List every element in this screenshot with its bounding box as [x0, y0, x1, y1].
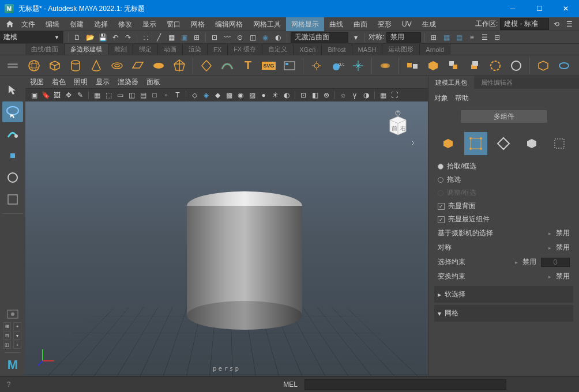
multi-component-button[interactable]: 多组件 — [461, 110, 547, 123]
menu-curves[interactable]: 曲线 — [324, 17, 348, 31]
vt-gate-mask-icon[interactable]: ◫ — [126, 90, 137, 100]
drag-radio[interactable]: 拖选 — [434, 173, 573, 186]
face-mode-icon[interactable] — [520, 132, 543, 155]
tab-attribute-editor[interactable]: 属性编辑器 — [474, 76, 520, 89]
poly-platonic-icon[interactable] — [171, 57, 188, 74]
poly-plane-icon[interactable] — [129, 57, 146, 74]
close-button[interactable]: ✕ — [552, 0, 579, 17]
paint-select-tool[interactable] — [2, 123, 23, 144]
poly-cone-icon[interactable] — [88, 57, 105, 74]
vt-safe-action-icon[interactable]: □ — [149, 90, 160, 100]
select-vertex-icon[interactable]: ⸬ — [141, 32, 151, 43]
shelf-tab-sculpt[interactable]: 雕刻 — [108, 44, 133, 55]
view-menu-panels[interactable]: 面板 — [146, 77, 160, 87]
vt-wire-on-shaded-icon[interactable]: ◉ — [235, 90, 246, 100]
vertex-mode-icon[interactable] — [464, 132, 487, 155]
snap-live-icon[interactable]: ◉ — [260, 32, 270, 43]
select-object-icon[interactable]: ▣ — [179, 32, 189, 43]
menu-meshdisplay[interactable]: 网格显示 — [286, 17, 324, 31]
shelf-tab-bifrost[interactable]: Bifrost — [322, 44, 352, 55]
move-tool[interactable] — [2, 145, 23, 166]
menu-surfaces[interactable]: 曲面 — [348, 17, 373, 31]
mesh-section[interactable]: ▾网格 — [434, 305, 573, 322]
vt-2d-pan-icon[interactable]: ✥ — [63, 90, 74, 100]
menu-edit[interactable]: 编辑 — [40, 17, 65, 31]
booleans-icon[interactable] — [445, 57, 463, 74]
undo-icon[interactable]: ↶ — [110, 32, 121, 43]
tweak-marquee-radio[interactable]: 调整/框选 — [434, 186, 573, 199]
separate-icon[interactable] — [404, 57, 421, 74]
snap-point-icon[interactable]: ⊙ — [235, 32, 245, 43]
vt-field-chart-icon[interactable]: ▤ — [138, 90, 148, 100]
menu-file[interactable]: 文件 — [16, 17, 40, 31]
home-icon[interactable] — [3, 18, 16, 31]
vt-exposure-icon[interactable]: ☼ — [338, 90, 348, 100]
vt-panel-layout-icon[interactable]: ▦ — [378, 90, 388, 100]
live-surface-field[interactable]: 无激活曲面 — [291, 32, 348, 43]
snap-curve-icon[interactable]: 〰 — [222, 32, 232, 43]
select-constraint-row[interactable]: 选择约束▸禁用 — [434, 255, 573, 269]
help-icon[interactable]: ? — [0, 380, 17, 389]
select-constraint-value[interactable] — [541, 258, 570, 267]
select-uv-icon[interactable]: ⊞ — [191, 32, 202, 43]
extrude-icon[interactable] — [466, 57, 483, 74]
symmetry-dropdown[interactable]: 禁用 — [386, 32, 421, 43]
shelf-tab-polymodel[interactable]: 多边形建模 — [65, 44, 108, 55]
maximize-button[interactable]: ☐ — [526, 0, 552, 17]
vt-viewtransform-icon[interactable]: ◑ — [361, 90, 371, 100]
shelf-tab-rig[interactable]: 绑定 — [133, 44, 158, 55]
menu-select[interactable]: 选择 — [89, 17, 113, 31]
menuset-dropdown[interactable]: 建模 ▼ — [0, 31, 63, 43]
poly-cylinder-icon[interactable] — [67, 57, 84, 74]
menu-mesh[interactable]: 网格 — [186, 17, 210, 31]
shelf-tab-render[interactable]: 渲染 — [183, 44, 208, 55]
vt-xray-joints-icon[interactable]: ⊗ — [321, 90, 332, 100]
vt-grid-icon[interactable]: ▦ — [92, 90, 102, 100]
vt-safe-title-icon[interactable]: ▫ — [161, 90, 171, 100]
mirror-icon[interactable] — [535, 57, 552, 74]
soft-select-section[interactable]: ▸软选择 — [434, 286, 573, 303]
viewport-persp[interactable]: 前 右 persp — [25, 101, 428, 376]
minimize-button[interactable]: ─ — [499, 0, 526, 17]
sidebar-toggle-icon[interactable]: ☰ — [564, 19, 574, 29]
menu-uv[interactable]: UV — [397, 17, 417, 31]
workspace-dropdown[interactable]: 建模 - 标准 — [500, 18, 549, 30]
toggle-channelbox-icon[interactable]: ⊞ — [428, 32, 439, 43]
camera-based-select-row[interactable]: 基于摄影机的选择▸禁用 — [434, 226, 573, 240]
vt-bookmark-icon[interactable]: 🔖 — [40, 90, 51, 100]
menu-display[interactable]: 显示 — [137, 17, 161, 31]
smooth-icon[interactable] — [424, 57, 442, 74]
xform-constraint-row[interactable]: 变换约束▸禁用 — [434, 269, 573, 284]
create-locator-icon[interactable] — [308, 57, 325, 74]
object-mode-icon[interactable] — [437, 132, 460, 155]
poly-type-icon[interactable]: T — [239, 57, 257, 74]
bevel-icon[interactable] — [507, 57, 525, 74]
vt-use-lights-icon[interactable]: ◆ — [212, 90, 223, 100]
menu-window[interactable]: 窗口 — [161, 17, 186, 31]
select-face-icon[interactable]: ▦ — [166, 32, 176, 43]
vt-antialias-icon[interactable]: ◐ — [281, 90, 292, 100]
svg-tool-icon[interactable]: SVG — [260, 57, 277, 74]
shelf-tab-mash[interactable]: MASH — [352, 44, 383, 55]
tab-modeling-toolkit[interactable]: 建模工具包 — [428, 76, 474, 89]
layout-four-icon[interactable]: ⊞ — [3, 322, 11, 330]
select-edge-icon[interactable]: ╱ — [153, 32, 164, 43]
poly-disc-icon[interactable] — [150, 57, 167, 74]
open-scene-icon[interactable]: 📂 — [85, 32, 95, 43]
snap-plane-icon[interactable]: ◫ — [247, 32, 258, 43]
shelf-tab-fxcache[interactable]: FX 缓存 — [228, 44, 262, 55]
vt-smooth-shade-icon[interactable]: ◈ — [201, 90, 211, 100]
shelf-tab-fx[interactable]: FX — [208, 44, 228, 55]
layout-add-icon[interactable]: + — [13, 322, 21, 330]
viewcube[interactable]: 前 右 — [379, 107, 414, 142]
save-scene-icon[interactable]: 💾 — [97, 32, 108, 43]
shelf-tab-custom[interactable]: 自定义 — [262, 44, 294, 55]
command-line-input[interactable] — [304, 379, 506, 390]
shelf-tab-curves[interactable]: 曲线/曲面 — [25, 44, 65, 55]
view-menu-shading[interactable]: 着色 — [52, 77, 66, 87]
vt-gamma-icon[interactable]: γ — [349, 90, 360, 100]
toggle-toolsettings-icon[interactable]: ▦ — [441, 32, 452, 43]
vt-xray-icon[interactable]: ◧ — [310, 90, 320, 100]
bridge-icon[interactable] — [487, 57, 504, 74]
live-surface-history-icon[interactable]: ▾ — [351, 32, 361, 43]
